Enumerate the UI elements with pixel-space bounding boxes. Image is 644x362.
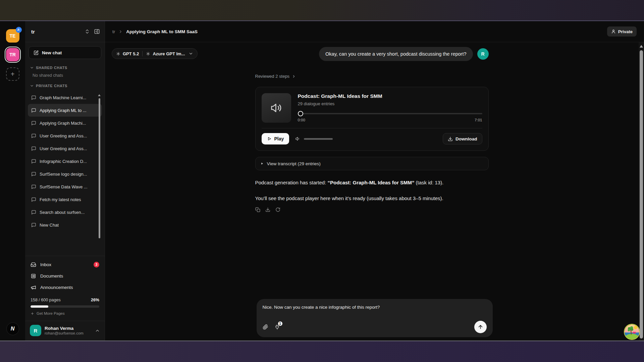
sidebar-item-announcements[interactable]: Announcements [25,282,105,293]
workspace-switcher-button[interactable] [85,29,90,34]
pages-used-label: 158 / 600 pages [31,298,61,302]
inbox-badge: 3 [94,262,99,267]
user-message: Okay, can you create a very short, podca… [255,47,489,61]
workspace-te-label: TE [10,33,16,39]
chat-bubble-icon [31,210,36,215]
plus-icon [31,312,34,315]
volume-icon[interactable] [295,136,301,141]
collapse-sidebar-button[interactable] [94,28,100,35]
add-workspace-button[interactable]: + [6,67,19,81]
message-scroll-area[interactable]: Okay, can you create a very short, podca… [105,42,639,341]
scrollbar-thumb[interactable] [640,50,643,339]
podcast-player-card: Podcast: Graph-ML Ideas for SMM 29 dialo… [255,87,489,151]
play-button[interactable]: Play [262,133,289,144]
workspace-tr-label: TR [9,52,16,57]
chat-item[interactable]: Search about surfsen... [28,206,102,219]
people-icon [17,28,20,32]
desktop-wallpaper-top [0,0,644,21]
download-icon [265,207,270,212]
chat-bubble-icon [31,197,36,202]
seek-thumb[interactable] [298,111,303,116]
message-actions [255,207,489,212]
visibility-private-button[interactable]: Private [607,26,637,37]
refresh-icon [275,207,280,212]
paperclip-icon [263,324,268,330]
download-button[interactable]: Download [443,133,482,144]
chat-item-selected[interactable]: Applying Graph ML to ... [28,104,102,117]
download-message-button[interactable] [265,207,270,212]
desktop-wallpaper-bottom [0,341,644,362]
chat-bubble-icon [31,223,36,228]
chat-item[interactable]: User Greeting and Ass... [28,142,102,155]
megaphone-icon [31,285,36,290]
sidebar-scrollbar[interactable] [99,98,100,238]
get-more-pages-button[interactable]: Get More Pages [31,311,99,319]
profile-avatar: R [30,325,41,336]
chat-item[interactable]: Fetch my latest notes [28,193,102,206]
chat-item[interactable]: Infographic Creation D... [28,155,102,168]
chat-item[interactable]: SurfSense Data Wave ... [28,180,102,193]
sidebar-nav: Inbox 3 Documents Announcements 158 / 60… [25,256,105,341]
chat-bubble-icon [31,121,36,126]
main-panel: tr Applying Graph ML to SMM SaaS Private… [105,21,644,341]
main-scrollbar[interactable] [639,42,644,341]
workspace-rail: TE TR + N [0,21,25,341]
play-icon [267,136,272,141]
sidebar-scroll-up-arrow[interactable] [98,94,101,96]
chat-item[interactable]: SurfSense logo design... [28,168,102,180]
sidebar-item-inbox[interactable]: Inbox 3 [25,259,105,270]
composer[interactable]: Nice. Now can you create a nice infograp… [257,299,493,337]
total-time: 7:01 [475,118,482,122]
island-sticker-avatar[interactable] [625,324,639,339]
nextjs-logo[interactable]: N [6,322,19,335]
no-shared-chats-note: No shared chats [25,72,105,78]
documents-label: Documents [40,274,63,279]
volume-slider[interactable] [304,138,333,140]
connectors-button[interactable]: 1 [274,324,280,330]
divider [262,128,482,128]
assistant-message-line2: You’ll see the podcast player here when … [255,195,489,202]
chat-bubble-icon [31,184,36,189]
reviewed-steps-toggle[interactable]: Reviewed 2 steps [255,74,489,79]
composer-input[interactable]: Nice. Now can you create a nice infograp… [263,305,487,311]
usage-progressbar [31,305,99,308]
connectors-count-badge: 1 [278,321,283,326]
download-icon [448,136,453,141]
podcast-entries-count: 29 dialogue entries [298,101,482,106]
chat-bubble-icon [31,146,36,151]
sidebar-item-documents[interactable]: Documents [25,270,105,282]
chat-bubble-icon [31,172,36,177]
chat-item[interactable]: User Greeting and Ass... [28,129,102,142]
profile-name: Rohan Verma [45,326,92,331]
person-icon [611,29,616,34]
copy-button[interactable] [255,207,260,212]
inbox-icon [31,262,36,267]
podcast-title-bold: “Podcast: Graph-ML Ideas for SMM” [327,180,414,185]
scroll-up-arrow[interactable] [640,45,643,48]
profile-menu[interactable]: R Rohan Verma rohan@surfsense.com [25,321,105,340]
main-header: tr Applying Graph ML to SMM SaaS Private [105,21,644,42]
pages-percent-label: 26% [91,298,99,302]
send-button[interactable] [474,321,487,333]
shared-users-badge [16,27,22,33]
workspace-tr-active[interactable]: TR [6,48,19,61]
arrow-up-icon [478,324,483,330]
shared-chats-section[interactable]: SHARED CHATS [25,60,105,72]
workspace-te[interactable]: TE [6,29,19,43]
breadcrumb: tr Applying Graph ML to SMM SaaS [112,29,607,34]
chevron-down-icon [30,84,34,88]
chevrons-up-down-icon [85,29,90,34]
new-chat-button[interactable]: New chat [29,46,101,59]
chevron-up-icon [95,328,100,333]
panel-collapse-icon [94,28,100,35]
view-transcript-expander[interactable]: View transcript (29 entries) [255,157,489,170]
regenerate-button[interactable] [275,207,280,212]
breadcrumb-workspace[interactable]: tr [112,29,115,34]
attach-file-button[interactable] [263,324,268,330]
seek-slider[interactable] [298,111,482,116]
chat-item[interactable]: Applying Graph Machi... [28,117,102,129]
private-chats-section[interactable]: PRIVATE CHATS [25,78,105,90]
chat-item[interactable]: New Chat [28,219,102,231]
chat-item[interactable]: Graph Machine Learni... [28,91,102,104]
chat-bubble-icon [31,108,36,113]
